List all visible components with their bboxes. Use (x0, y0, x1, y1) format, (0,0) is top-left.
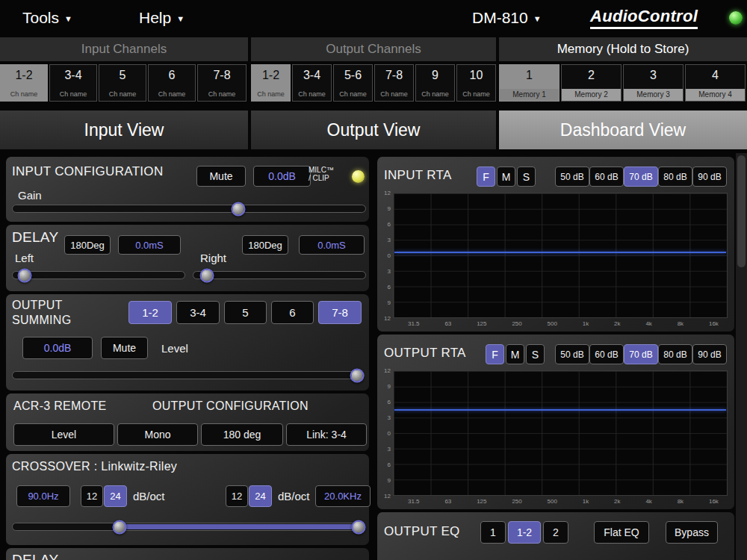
crossover-low-slope-12-button[interactable]: 12 (81, 485, 103, 507)
crossover-low-thumb[interactable] (113, 520, 127, 534)
delay-panel: DELAY 180Deg 0.0mS 180Deg 0.0mS Left Rig… (6, 225, 369, 291)
flat-eq-button[interactable]: Flat EQ (594, 521, 649, 544)
delay-bottom-panel: DELAY (6, 548, 369, 560)
memory-tab-2[interactable]: 2 Memory 2 (561, 64, 622, 102)
input-channel-tab-1-2[interactable]: 1-2 Ch name (0, 64, 48, 102)
input-channel-tab-7-8[interactable]: 7-8 Ch name (197, 64, 247, 102)
output-eq-band-1-button[interactable]: 1 (480, 521, 506, 544)
y-tick: 9 (380, 383, 391, 390)
input-mute-button[interactable]: Mute (196, 166, 246, 187)
delay-left-phase-button[interactable]: 180Deg (64, 235, 111, 255)
delay-left-slider[interactable] (12, 271, 185, 279)
delay-right-slider-thumb[interactable] (200, 268, 214, 282)
output-rta-medium-button[interactable]: M (506, 344, 524, 364)
output-rta-scale-90-button[interactable]: 90 dB (692, 344, 727, 364)
summing-channel-7-8-button[interactable]: 7-8 (318, 301, 362, 324)
output-rta-fast-button[interactable]: F (486, 344, 504, 364)
input-channel-tab-3-4[interactable]: 3-4 Ch name (49, 64, 97, 102)
summing-channel-6-button[interactable]: 6 (271, 301, 314, 324)
output-rta-scale-80-button[interactable]: 80 dB (658, 344, 692, 364)
scrollbar[interactable] (736, 153, 747, 560)
help-menu[interactable]: Help ▼ (139, 0, 185, 36)
output-channel-tab-3-4[interactable]: 3-4 Ch name (292, 64, 332, 102)
output-channel-tab-1-2[interactable]: 1-2 Ch name (251, 64, 291, 102)
tab-output-view[interactable]: Output View (251, 111, 496, 149)
input-channel-tab-6[interactable]: 6 Ch name (148, 64, 196, 102)
milc-clip-label: MILC™ / CLIP (309, 166, 334, 182)
crossover-high-slope-24-button[interactable]: 24 (249, 485, 272, 507)
tab-label: 9 (432, 69, 438, 81)
summing-level-slider-thumb[interactable] (350, 368, 364, 382)
output-phase-button[interactable]: 180 deg (201, 423, 283, 446)
crossover-high-thumb[interactable] (351, 520, 365, 534)
output-channel-tab-7-8[interactable]: 7-8 Ch name (374, 64, 414, 102)
x-tick: 63 (444, 498, 451, 506)
memory-tab-1[interactable]: 1 Memory 1 (499, 64, 560, 102)
crossover-low-freq-button[interactable]: 90.0Hz (16, 485, 70, 507)
output-rta-scale-60-button[interactable]: 60 dB (589, 344, 624, 364)
output-rta-scale-50-button[interactable]: 50 dB (555, 344, 589, 364)
input-rta-scale-90-button[interactable]: 90 dB (692, 167, 727, 187)
connection-status-led (729, 11, 743, 25)
output-eq-band-2-button[interactable]: 2 (543, 521, 568, 544)
delay-right-value-button[interactable]: 0.0mS (299, 235, 365, 255)
output-channel-tab-10[interactable]: 10 Ch name (456, 64, 496, 102)
crossover-high-slope-12-button[interactable]: 12 (226, 485, 248, 507)
tab-input-view[interactable]: Input View (0, 111, 248, 149)
y-tick: 9 (380, 477, 391, 484)
input-gain-value-button[interactable]: 0.0dB (253, 166, 311, 187)
memory-title: Memory (Hold to Store) (557, 42, 689, 57)
output-channel-tab-5-6[interactable]: 5-6 Ch name (333, 64, 373, 102)
crossover-range-slider[interactable] (12, 523, 365, 531)
summing-channel-1-2-button[interactable]: 1-2 (128, 301, 172, 324)
summing-level-value-button[interactable]: 0.0dB (22, 337, 93, 359)
input-rta-medium-button[interactable]: M (497, 167, 515, 187)
input-rta-slow-button[interactable]: S (517, 167, 536, 187)
input-channel-tab-5[interactable]: 5 Ch name (99, 64, 146, 102)
output-mono-button[interactable]: Mono (117, 423, 198, 446)
output-eq-title: OUTPUT EQ (384, 524, 460, 539)
output-eq-band-1-2-button[interactable]: 1-2 (508, 521, 541, 544)
tab-dashboard-view[interactable]: Dashboard View (499, 111, 747, 149)
input-rta-scale-60-button[interactable]: 60 dB (589, 167, 624, 187)
tab-subtitle: Ch name (257, 91, 285, 98)
delay-left-slider-thumb[interactable] (18, 268, 32, 282)
tab-subtitle: Ch name (339, 91, 367, 98)
tab-label: 3 (650, 69, 657, 81)
y-tick: 9 (380, 205, 391, 212)
input-rta-graph: 12 9 6 3 0 3 6 9 12 31.5 63 125 250 500 … (380, 193, 730, 329)
y-tick: 3 (380, 237, 391, 243)
output-rta-slow-button[interactable]: S (526, 344, 545, 364)
output-rta-scale-70-button[interactable]: 70 dB (624, 344, 658, 364)
output-channel-tab-9[interactable]: 9 Ch name (415, 64, 455, 102)
tools-menu[interactable]: Tools ▼ (22, 0, 72, 36)
acr-level-button[interactable]: Level (13, 423, 114, 446)
tab-label: 7-8 (385, 69, 403, 81)
crossover-low-slope-24-button[interactable]: 24 (104, 485, 127, 507)
delay-right-phase-button[interactable]: 180Deg (242, 235, 288, 255)
gain-slider-thumb[interactable] (232, 202, 246, 216)
summing-channel-5-button[interactable]: 5 (224, 301, 267, 324)
scrollbar-thumb[interactable] (737, 155, 746, 267)
memory-tab-3[interactable]: 3 Memory 3 (623, 64, 684, 102)
input-rta-scale-50-button[interactable]: 50 dB (555, 167, 589, 187)
delay-left-value-button[interactable]: 0.0mS (118, 235, 181, 255)
input-rta-panel: INPUT RTA F M S 50 dB 60 dB 70 dB 80 dB … (377, 157, 734, 332)
x-tick: 500 (548, 498, 557, 506)
summing-channel-3-4-button[interactable]: 3-4 (176, 301, 220, 324)
output-summing-title-line1: OUTPUT (12, 299, 63, 312)
device-selector[interactable]: DM-810 ▼ (472, 0, 542, 36)
summing-mute-button[interactable]: Mute (101, 337, 148, 359)
eq-bypass-button[interactable]: Bypass (666, 521, 718, 544)
y-tick: 12 (380, 493, 391, 500)
input-rta-scale-70-button[interactable]: 70 dB (624, 167, 658, 187)
gain-slider[interactable] (12, 205, 366, 213)
summing-level-slider[interactable] (12, 371, 365, 379)
input-rta-fast-button[interactable]: F (477, 167, 495, 187)
memory-tab-4[interactable]: 4 Memory 4 (685, 64, 746, 102)
delay-right-slider[interactable] (193, 271, 366, 279)
memory-section-header: Memory (Hold to Store) (499, 37, 747, 61)
crossover-high-freq-button[interactable]: 20.0KHz (315, 485, 371, 507)
output-link-button[interactable]: Link: 3-4 (286, 423, 367, 446)
input-rta-scale-80-button[interactable]: 80 dB (658, 167, 692, 187)
